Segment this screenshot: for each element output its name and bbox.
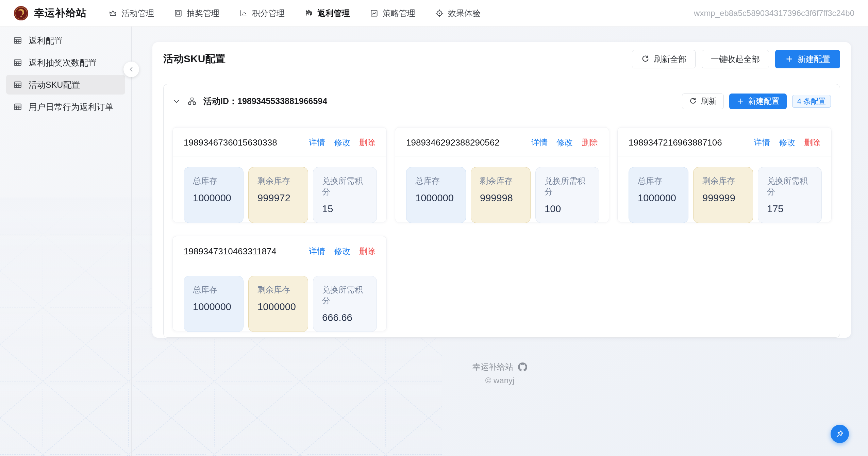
- delete-link[interactable]: 删除: [359, 137, 375, 148]
- nav-item-label: 效果体验: [448, 8, 481, 19]
- nav-item-activity[interactable]: 活动管理: [108, 0, 154, 26]
- sku-card: 1989347310463311874 详情 修改 删除 总库存 1000000…: [172, 236, 387, 331]
- github-icon[interactable]: [518, 362, 527, 372]
- sku-config-header: 活动SKU配置 刷新全部 一键收起全部: [152, 42, 851, 76]
- detail-link[interactable]: 详情: [309, 246, 325, 257]
- content-area: 活动SKU配置 刷新全部 一键收起全部: [132, 27, 868, 456]
- detail-link[interactable]: 详情: [309, 137, 325, 148]
- points-required-stat: 兑换所需积分 666.66: [313, 276, 377, 332]
- remaining-stock-stat: 剩余库存 999998: [471, 167, 531, 223]
- footer-copyright: © wanyj: [132, 376, 868, 385]
- edit-link[interactable]: 修改: [334, 246, 350, 257]
- page-footer: 幸运补给站 © wanyj: [132, 361, 868, 385]
- remaining-stock-stat: 剩余库存 999999: [693, 167, 753, 223]
- sidebar-item-rebate-config[interactable]: 返利配置: [6, 31, 125, 50]
- sku-id: 1989346736015630338: [184, 137, 277, 148]
- total-stock-value: 1000000: [193, 301, 234, 313]
- total-stock-stat: 总库存 1000000: [406, 167, 466, 223]
- nav-item-points[interactable]: 积分管理: [239, 0, 285, 26]
- pushpin-icon: [835, 429, 845, 439]
- nav-item-label: 积分管理: [252, 8, 285, 19]
- delete-link[interactable]: 删除: [582, 137, 598, 148]
- sidebar-collapse-toggle[interactable]: [123, 62, 139, 77]
- refresh-icon: [641, 55, 650, 63]
- total-stock-value: 1000000: [415, 192, 457, 204]
- sidebar-item-label: 返利抽奖次数配置: [29, 57, 97, 68]
- sidebar-item-label: 用户日常行为返利订单: [29, 101, 114, 113]
- sku-id: 1989347216963887106: [629, 137, 722, 148]
- candlestick-icon: [304, 9, 313, 18]
- collapse-all-button[interactable]: 一键收起全部: [702, 50, 769, 68]
- points-required-value: 100: [545, 203, 590, 215]
- header-actions: 刷新全部 一键收起全部 新建配置: [632, 50, 840, 68]
- sku-id: 1989346292388290562: [406, 137, 500, 148]
- total-stock-stat: 总库存 1000000: [184, 167, 244, 223]
- brand-title: 幸运补给站: [34, 6, 87, 20]
- table-icon: [13, 102, 22, 112]
- sku-card: 1989347216963887106 详情 修改 删除 总库存 1000000…: [617, 127, 832, 222]
- nav-item-rebate[interactable]: 返利管理: [304, 0, 350, 26]
- group-refresh-button[interactable]: 刷新: [682, 94, 724, 109]
- activity-group-panel: 活动ID：1989345533881966594 刷新: [163, 84, 840, 338]
- brand-logo: [14, 6, 29, 21]
- delete-link[interactable]: 删除: [359, 246, 375, 257]
- remaining-stock-value: 999972: [257, 192, 299, 204]
- sku-card: 1989346292388290562 详情 修改 删除 总库存 1000000…: [395, 127, 609, 222]
- remaining-stock-stat: 剩余库存 1000000: [248, 276, 308, 332]
- sidebar-item-activity-sku-config[interactable]: 活动SKU配置: [6, 75, 125, 95]
- frame-icon: [174, 9, 183, 18]
- refresh-all-button[interactable]: 刷新全部: [632, 50, 696, 68]
- activity-group-header: 活动ID：1989345533881966594 刷新: [164, 84, 840, 118]
- nav-item-label: 抽奖管理: [187, 8, 219, 19]
- edit-link[interactable]: 修改: [556, 137, 573, 148]
- points-required-stat: 兑换所需积分 100: [535, 167, 599, 223]
- total-stock-value: 1000000: [193, 192, 234, 204]
- sidebar-item-rebate-draw-count-config[interactable]: 返利抽奖次数配置: [6, 53, 125, 72]
- main-nav: 活动管理 抽奖管理 积分管理 返利管理 策略管理 效果体验: [108, 0, 481, 26]
- table-icon: [13, 80, 22, 89]
- remaining-stock-stat: 剩余库存 999972: [248, 167, 308, 223]
- brand: 幸运补给站: [14, 6, 87, 21]
- points-required-stat: 兑换所需积分 175: [758, 167, 822, 223]
- plus-icon: [736, 97, 744, 105]
- total-stock-stat: 总库存 1000000: [184, 276, 244, 332]
- group-create-button[interactable]: 新建配置: [729, 94, 787, 109]
- session-id: wxmp_eb8a5c589034317396c3f6f7ff3c24b0: [694, 9, 854, 18]
- remaining-stock-value: 999999: [702, 192, 744, 204]
- chevron-down-icon[interactable]: [172, 97, 181, 105]
- chart-icon: [239, 9, 248, 18]
- edit-link[interactable]: 修改: [334, 137, 350, 148]
- chevron-left-icon: [128, 66, 135, 73]
- detail-link[interactable]: 详情: [754, 137, 770, 148]
- crown-icon: [108, 9, 117, 18]
- sku-id: 1989347310463311874: [184, 246, 277, 257]
- nav-item-label: 策略管理: [383, 8, 415, 19]
- table-icon: [13, 36, 22, 45]
- sku-card: 1989346736015630338 详情 修改 删除 总库存 1000000…: [172, 127, 387, 222]
- footer-brand: 幸运补给站: [472, 361, 513, 372]
- delete-link[interactable]: 删除: [804, 137, 820, 148]
- points-required-value: 175: [767, 203, 813, 215]
- create-config-button[interactable]: 新建配置: [775, 50, 840, 68]
- nav-item-effect[interactable]: 效果体验: [435, 0, 481, 26]
- page-title: 活动SKU配置: [163, 52, 226, 66]
- edit-link[interactable]: 修改: [779, 137, 795, 148]
- total-stock-stat: 总库存 1000000: [629, 167, 688, 223]
- points-required-stat: 兑换所需积分 15: [313, 167, 377, 223]
- top-navbar: 幸运补给站 活动管理 抽奖管理 积分管理 返利管理 策略管理 效果体验 wxmp…: [0, 0, 868, 27]
- config-count-badge: 4 条配置: [792, 95, 831, 108]
- nav-item-strategy[interactable]: 策略管理: [370, 0, 415, 26]
- total-stock-value: 1000000: [638, 192, 679, 204]
- cluster-icon: [187, 97, 197, 106]
- nav-item-lottery[interactable]: 抽奖管理: [174, 0, 219, 26]
- pin-fab-button[interactable]: [831, 425, 849, 443]
- remaining-stock-value: 1000000: [257, 301, 299, 313]
- detail-link[interactable]: 详情: [531, 137, 548, 148]
- sidebar-item-label: 活动SKU配置: [29, 79, 80, 90]
- trend-icon: [370, 9, 379, 18]
- sku-cards-grid: 1989346736015630338 详情 修改 删除 总库存 1000000…: [164, 118, 840, 337]
- plus-icon: [785, 55, 794, 63]
- nav-item-label: 活动管理: [121, 8, 154, 19]
- sidebar-item-user-daily-rebate-orders[interactable]: 用户日常行为返利订单: [6, 97, 125, 117]
- sku-config-card: 活动SKU配置 刷新全部 一键收起全部: [152, 42, 851, 338]
